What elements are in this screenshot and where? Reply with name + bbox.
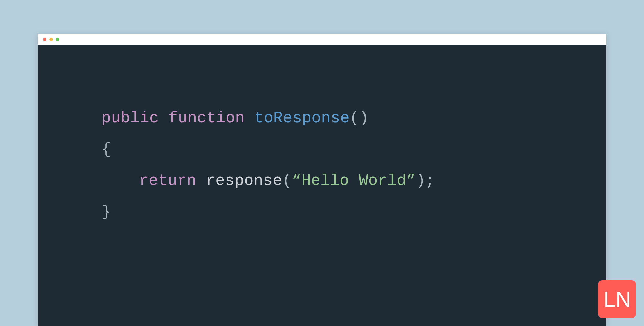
call-name: response bbox=[206, 172, 282, 190]
function-name: toResponse bbox=[254, 109, 350, 127]
keyword-return: return bbox=[139, 172, 196, 190]
logo-text: LN bbox=[603, 287, 630, 312]
code-line-4: } bbox=[102, 196, 606, 228]
string-literal: “Hello World” bbox=[292, 172, 416, 190]
maximize-icon[interactable] bbox=[56, 38, 59, 41]
semicolon: ; bbox=[426, 172, 435, 190]
editor-window: public function toResponse() { return re… bbox=[38, 34, 606, 326]
keyword-function: function bbox=[168, 109, 245, 127]
window-titlebar bbox=[38, 34, 606, 45]
paren-open: ( bbox=[350, 109, 359, 127]
close-icon[interactable] bbox=[43, 38, 46, 41]
paren-close: ) bbox=[359, 109, 369, 127]
call-paren-close: ) bbox=[416, 172, 426, 190]
code-line-2: { bbox=[102, 134, 606, 165]
brace-open: { bbox=[102, 141, 111, 158]
brace-close: } bbox=[102, 203, 111, 221]
code-line-1: public function toResponse() bbox=[102, 103, 606, 134]
logo-badge: LN bbox=[598, 280, 636, 318]
code-editor[interactable]: public function toResponse() { return re… bbox=[38, 45, 606, 326]
minimize-icon[interactable] bbox=[49, 38, 53, 41]
call-paren-open: ( bbox=[282, 172, 292, 190]
keyword-public: public bbox=[102, 109, 159, 127]
code-line-3: return response(“Hello World”); bbox=[102, 165, 606, 196]
